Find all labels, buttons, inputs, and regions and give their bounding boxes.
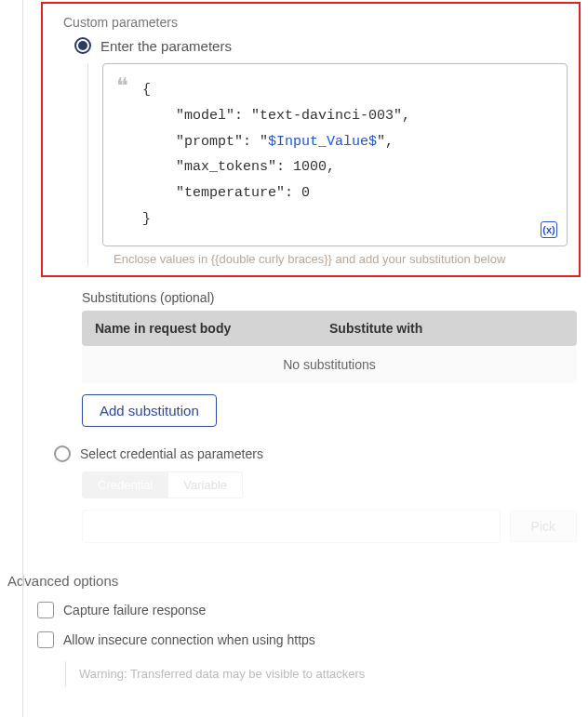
- insecure-warning: Warning: Transferred data may be visible…: [65, 661, 588, 686]
- advanced-options-title: Advanced options: [7, 573, 588, 589]
- code-content: { "model": "text-davinci-003", "prompt":…: [142, 77, 554, 232]
- variable-picker-icon[interactable]: (x): [541, 221, 557, 238]
- credential-input: [82, 510, 501, 543]
- toggle-credential: Credential: [82, 471, 168, 498]
- substitutions-col-name: Name in request body: [95, 321, 329, 336]
- radio-enter-parameters[interactable]: [74, 37, 91, 54]
- substitutions-label: Substitutions (optional): [82, 290, 577, 305]
- allow-insecure-label: Allow insecure connection when using htt…: [63, 632, 315, 647]
- radio-select-credential-label: Select credential as parameters: [80, 446, 263, 461]
- credential-disabled-block: Credential Variable Pick: [82, 471, 577, 543]
- substitutions-section: Substitutions (optional) Name in request…: [82, 290, 577, 427]
- substitutions-header: Name in request body Substitute with: [82, 311, 577, 346]
- radio-enter-parameters-label: Enter the parameters: [100, 38, 232, 54]
- custom-parameters-title: Custom parameters: [63, 15, 579, 30]
- capture-failure-label: Capture failure response: [63, 603, 206, 617]
- enter-parameters-radio-row[interactable]: Enter the parameters: [74, 37, 579, 54]
- capture-failure-row[interactable]: Capture failure response: [37, 602, 588, 618]
- select-credential-radio-row[interactable]: Select credential as parameters: [54, 445, 588, 462]
- toggle-variable: Variable: [168, 471, 243, 498]
- allow-insecure-checkbox[interactable]: [37, 631, 54, 648]
- parameters-code-input[interactable]: ❝ { "model": "text-davinci-003", "prompt…: [102, 63, 568, 246]
- capture-failure-checkbox[interactable]: [37, 602, 54, 618]
- radio-select-credential[interactable]: [54, 445, 71, 462]
- substitutions-col-sub: Substitute with: [329, 321, 564, 336]
- allow-insecure-row[interactable]: Allow insecure connection when using htt…: [37, 631, 588, 648]
- substitutions-empty: No substitutions: [82, 346, 577, 383]
- add-substitution-button[interactable]: Add substitution: [82, 394, 217, 427]
- quote-icon: ❝: [116, 75, 128, 98]
- custom-parameters-highlight: Custom parameters Enter the parameters ❝…: [41, 2, 581, 277]
- parameters-hint: Enclose values in {{double curly braces}…: [114, 252, 579, 266]
- pick-button: Pick: [510, 511, 577, 542]
